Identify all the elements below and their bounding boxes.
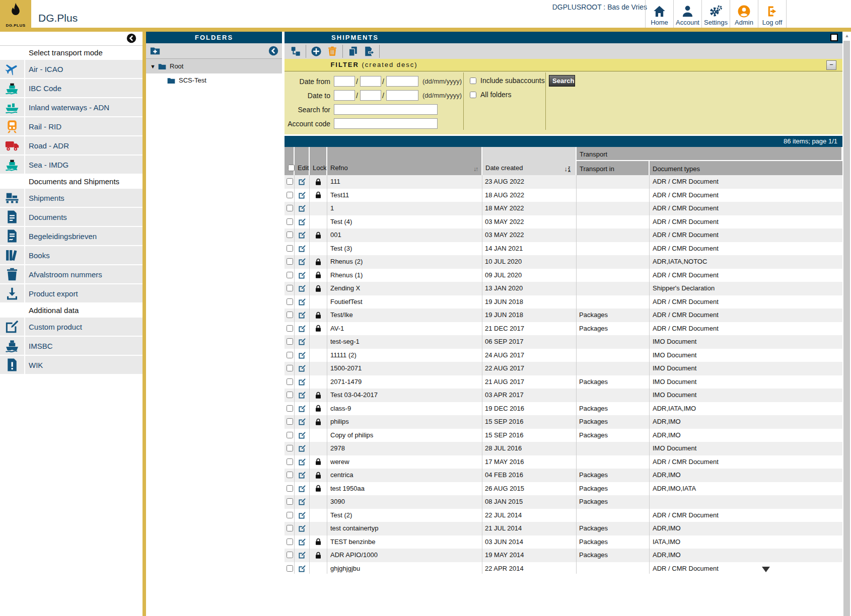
row-checkbox[interactable] (287, 205, 293, 211)
sidebar-item-documents[interactable]: Documents (0, 208, 143, 227)
edit-button[interactable] (295, 189, 310, 202)
row-checkbox[interactable] (287, 272, 293, 278)
edit-button[interactable] (295, 215, 310, 229)
sidebar-collapse-button[interactable] (126, 33, 136, 43)
edit-button[interactable] (295, 389, 310, 402)
sidebar-item-wik[interactable]: WIK (0, 356, 143, 375)
sidebar-item-air-icao[interactable]: Air - ICAO (0, 60, 143, 79)
edit-button[interactable] (295, 322, 310, 336)
sidebar-item-sea-imdg[interactable]: Sea - IMDG (0, 156, 143, 175)
row-checkbox[interactable] (287, 312, 293, 318)
sidebar-item-rail-rid[interactable]: Rail - RID (0, 117, 143, 136)
folders-collapse-icon[interactable] (268, 46, 278, 56)
row-checkbox[interactable] (287, 445, 293, 451)
document-types-column-header[interactable]: Document types (650, 161, 842, 175)
date-from-year-input[interactable] (386, 76, 418, 87)
edit-button[interactable] (295, 562, 310, 574)
export-icon[interactable] (364, 46, 375, 57)
list-scroll-down-icon[interactable] (762, 567, 770, 572)
row-checkbox[interactable] (287, 218, 293, 225)
edit-button[interactable] (295, 255, 310, 269)
sidebar-item-ibc-code[interactable]: IBC Code (0, 79, 143, 98)
refno-column-header[interactable]: Refno ↓↑ (327, 147, 482, 175)
edit-button[interactable] (295, 549, 310, 562)
row-checkbox[interactable] (287, 365, 293, 371)
expander-icon[interactable]: ▼ (146, 63, 157, 69)
folder-tree-item-root[interactable]: ▼ Root (146, 59, 282, 73)
row-checkbox[interactable] (287, 298, 293, 305)
nav-admin[interactable]: Admin (730, 0, 758, 28)
row-checkbox[interactable] (287, 285, 293, 291)
sidebar-item-imsbc[interactable]: IMSBC (0, 337, 143, 356)
edit-button[interactable] (295, 455, 310, 469)
page-scrollbar[interactable]: ▲ (843, 32, 851, 616)
edit-button[interactable] (295, 495, 310, 509)
edit-button[interactable] (295, 415, 310, 429)
sidebar-item-books[interactable]: Books (0, 246, 143, 265)
add-folder-icon[interactable] (150, 45, 161, 56)
nav-settings[interactable]: Settings (701, 0, 730, 28)
filter-collapse-button[interactable]: − (826, 60, 836, 70)
edit-button[interactable] (295, 429, 310, 442)
edit-button[interactable] (295, 282, 310, 295)
edit-button[interactable] (295, 442, 310, 455)
select-all-checkbox[interactable] (288, 165, 295, 171)
edit-button[interactable] (295, 295, 310, 309)
all-folders-checkbox[interactable] (470, 92, 476, 98)
row-checkbox[interactable] (287, 245, 293, 252)
sidebar-item-inland-waterways-adn[interactable]: Inland waterways - ADN (0, 98, 143, 117)
date-from-day-input[interactable] (334, 76, 355, 87)
row-checkbox[interactable] (287, 378, 293, 385)
date-to-month-input[interactable] (360, 90, 381, 101)
copy-icon[interactable] (347, 46, 359, 57)
row-checkbox[interactable] (287, 432, 293, 438)
add-shipment-icon[interactable] (311, 46, 322, 57)
account-code-input[interactable] (334, 118, 438, 129)
sidebar-item-afvalstroom-nummers[interactable]: Afvalstroom nummers (0, 265, 143, 284)
row-checkbox[interactable] (287, 405, 293, 412)
date-created-column-header[interactable]: Date created ↓ZA (482, 147, 577, 175)
row-checkbox[interactable] (287, 232, 293, 238)
sidebar-item-shipments[interactable]: Shipments (0, 189, 143, 208)
row-checkbox[interactable] (287, 498, 293, 505)
include-subaccounts-checkbox[interactable] (470, 78, 476, 84)
scrollbar-track[interactable] (843, 41, 850, 616)
sidebar-item-road-adr[interactable]: Road - ADR (0, 136, 143, 156)
row-checkbox[interactable] (287, 325, 293, 332)
row-checkbox[interactable] (287, 258, 293, 265)
edit-button[interactable] (295, 335, 310, 349)
date-to-day-input[interactable] (334, 90, 355, 101)
edit-button[interactable] (295, 175, 310, 189)
date-from-month-input[interactable] (360, 76, 381, 87)
maximize-icon[interactable] (830, 34, 838, 41)
sidebar-item-product-export[interactable]: Product export (0, 284, 143, 303)
move-to-folder-icon[interactable] (290, 46, 301, 57)
row-checkbox[interactable] (287, 338, 293, 345)
nav-account[interactable]: Account (673, 0, 701, 28)
sort-icon[interactable]: ↓↑ (473, 166, 477, 173)
row-checkbox[interactable] (287, 552, 293, 558)
app-logo[interactable]: DG.PLUS (0, 0, 31, 32)
folder-tree-item-scs-test[interactable]: SCS-Test (146, 73, 282, 87)
sidebar-item-begeleidingsbrieven[interactable]: Begeleidingsbrieven (0, 227, 143, 246)
search-for-input[interactable] (334, 104, 438, 115)
row-checkbox[interactable] (287, 565, 293, 572)
edit-button[interactable] (295, 202, 310, 215)
row-checkbox[interactable] (287, 178, 293, 185)
nav-home[interactable]: Home (645, 0, 673, 28)
row-checkbox[interactable] (287, 512, 293, 518)
edit-button[interactable] (295, 482, 310, 496)
row-checkbox[interactable] (287, 352, 293, 358)
edit-button[interactable] (295, 362, 310, 375)
row-checkbox[interactable] (287, 418, 293, 425)
row-checkbox[interactable] (287, 472, 293, 478)
edit-button[interactable] (295, 228, 310, 242)
search-button[interactable]: Search (549, 75, 575, 87)
edit-button[interactable] (295, 349, 310, 362)
scrollbar-up-icon[interactable]: ▲ (843, 32, 851, 40)
edit-button[interactable] (295, 522, 310, 535)
row-checkbox[interactable] (287, 525, 293, 531)
edit-button[interactable] (295, 309, 310, 322)
row-checkbox[interactable] (287, 538, 293, 545)
edit-button[interactable] (295, 535, 310, 549)
